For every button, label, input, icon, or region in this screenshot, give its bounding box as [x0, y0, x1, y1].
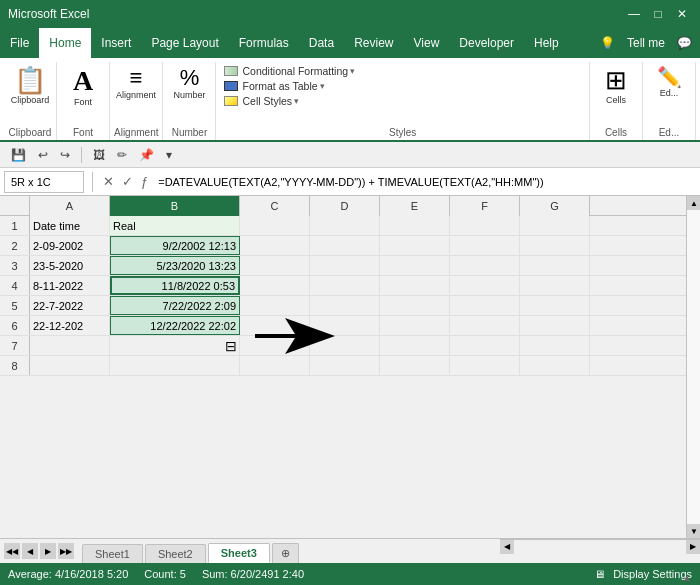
- sheet-nav-next[interactable]: ▶: [40, 543, 56, 559]
- cell-a8[interactable]: [30, 356, 110, 375]
- scroll-left-btn[interactable]: ◀: [500, 540, 514, 554]
- scroll-up-btn[interactable]: ▲: [687, 196, 700, 210]
- scroll-track-v[interactable]: [687, 210, 700, 524]
- cell-b7[interactable]: ⊟: [110, 336, 240, 355]
- cell-d3[interactable]: [310, 256, 380, 275]
- menu-file[interactable]: File: [0, 28, 39, 58]
- font-button[interactable]: A Font: [61, 64, 105, 110]
- cell-a5[interactable]: 22-7-2022: [30, 296, 110, 315]
- close-btn[interactable]: ✕: [672, 4, 692, 24]
- cell-g4[interactable]: [520, 276, 590, 295]
- cell-g1[interactable]: [520, 216, 590, 235]
- col-header-d[interactable]: D: [310, 196, 380, 216]
- paste-icon[interactable]: ⊟: [225, 338, 237, 354]
- draw-icon[interactable]: ✏: [114, 147, 130, 163]
- maximize-btn[interactable]: □: [648, 4, 668, 24]
- conditional-formatting-button[interactable]: Conditional Formatting ▾: [220, 64, 359, 78]
- cancel-icon[interactable]: ✕: [101, 174, 116, 189]
- ribbon-collapse-btn[interactable]: ▲: [678, 570, 696, 585]
- cell-b4[interactable]: 11/8/2022 0:53: [110, 276, 240, 295]
- cell-a3[interactable]: 23-5-2020: [30, 256, 110, 275]
- col-header-c[interactable]: C: [240, 196, 310, 216]
- cell-c8[interactable]: [240, 356, 310, 375]
- menu-formulas[interactable]: Formulas: [229, 28, 299, 58]
- col-header-b[interactable]: B: [110, 196, 240, 216]
- search-label[interactable]: Tell me: [627, 36, 665, 50]
- cell-reference-box[interactable]: 5R x 1C: [4, 171, 84, 193]
- redo-icon[interactable]: ↪: [57, 147, 73, 163]
- cell-a6[interactable]: 22-12-202: [30, 316, 110, 335]
- cell-c4[interactable]: [240, 276, 310, 295]
- confirm-icon[interactable]: ✓: [120, 174, 135, 189]
- cell-a7[interactable]: [30, 336, 110, 355]
- cell-b8[interactable]: [110, 356, 240, 375]
- undo-icon[interactable]: ↩: [35, 147, 51, 163]
- cell-b3[interactable]: 5/23/2020 13:23: [110, 256, 240, 275]
- menu-pagelayout[interactable]: Page Layout: [141, 28, 228, 58]
- scroll-down-btn[interactable]: ▼: [687, 524, 700, 538]
- cell-g8[interactable]: [520, 356, 590, 375]
- minimize-btn[interactable]: —: [624, 4, 644, 24]
- cell-e7[interactable]: [380, 336, 450, 355]
- cell-e3[interactable]: [380, 256, 450, 275]
- col-header-e[interactable]: E: [380, 196, 450, 216]
- menu-data[interactable]: Data: [299, 28, 344, 58]
- cell-f4[interactable]: [450, 276, 520, 295]
- cell-e6[interactable]: [380, 316, 450, 335]
- scroll-right-btn[interactable]: ▶: [686, 540, 700, 554]
- horizontal-scrollbar[interactable]: ◀ ▶: [500, 539, 700, 553]
- dropdown-icon[interactable]: ▾: [163, 147, 175, 163]
- cell-d1[interactable]: [310, 216, 380, 235]
- cell-f8[interactable]: [450, 356, 520, 375]
- format-table-dropdown[interactable]: ▾: [320, 81, 325, 91]
- conditional-formatting-dropdown[interactable]: ▾: [350, 66, 355, 76]
- col-header-g[interactable]: G: [520, 196, 590, 216]
- cell-e8[interactable]: [380, 356, 450, 375]
- menu-view[interactable]: View: [404, 28, 450, 58]
- alignment-button[interactable]: ≡ Alignment: [114, 64, 158, 103]
- cell-e4[interactable]: [380, 276, 450, 295]
- save-icon[interactable]: 💾: [8, 147, 29, 163]
- format-as-table-button[interactable]: Format as Table ▾: [220, 79, 359, 93]
- cell-a2[interactable]: 2-09-2002: [30, 236, 110, 255]
- cell-styles-dropdown[interactable]: ▾: [294, 96, 299, 106]
- sheet-tab-sheet2[interactable]: Sheet2: [145, 544, 206, 563]
- cell-c1[interactable]: [240, 216, 310, 235]
- cell-f2[interactable]: [450, 236, 520, 255]
- cell-d8[interactable]: [310, 356, 380, 375]
- cell-g3[interactable]: [520, 256, 590, 275]
- cell-e1[interactable]: [380, 216, 450, 235]
- menu-help[interactable]: Help: [524, 28, 569, 58]
- more-icon[interactable]: 📌: [136, 147, 157, 163]
- cell-b1[interactable]: Real: [110, 216, 240, 235]
- cell-f6[interactable]: [450, 316, 520, 335]
- cell-f7[interactable]: [450, 336, 520, 355]
- function-icon[interactable]: ƒ: [139, 174, 150, 189]
- cell-d7[interactable]: [310, 336, 380, 355]
- col-header-f[interactable]: F: [450, 196, 520, 216]
- cell-c3[interactable]: [240, 256, 310, 275]
- cells-button[interactable]: ⊞ Cells: [594, 64, 638, 107]
- col-header-a[interactable]: A: [30, 196, 110, 216]
- clipboard-button[interactable]: 📋 Clipboard: [8, 64, 52, 107]
- number-button[interactable]: % Number: [167, 64, 211, 103]
- sheet-nav-prev[interactable]: ◀: [22, 543, 38, 559]
- view-icon[interactable]: 🖼: [90, 147, 108, 163]
- cell-b2[interactable]: 9/2/2002 12:13: [110, 236, 240, 255]
- cell-f1[interactable]: [450, 216, 520, 235]
- sheet-tab-sheet3[interactable]: Sheet3: [208, 543, 270, 563]
- vertical-scrollbar[interactable]: ▲ ▼: [686, 196, 700, 538]
- cell-e2[interactable]: [380, 236, 450, 255]
- cell-g5[interactable]: [520, 296, 590, 315]
- sheet-nav-next-next[interactable]: ▶▶: [58, 543, 74, 559]
- editing-button[interactable]: ✏️ Ed...: [647, 64, 691, 101]
- cell-d4[interactable]: [310, 276, 380, 295]
- cell-g7[interactable]: [520, 336, 590, 355]
- cell-a1[interactable]: Date time: [30, 216, 110, 235]
- cell-g2[interactable]: [520, 236, 590, 255]
- cell-b6[interactable]: 12/22/2022 22:02: [110, 316, 240, 335]
- menu-home[interactable]: Home: [39, 28, 91, 58]
- cell-e5[interactable]: [380, 296, 450, 315]
- cell-a4[interactable]: 8-11-2022: [30, 276, 110, 295]
- cell-d5[interactable]: [310, 296, 380, 315]
